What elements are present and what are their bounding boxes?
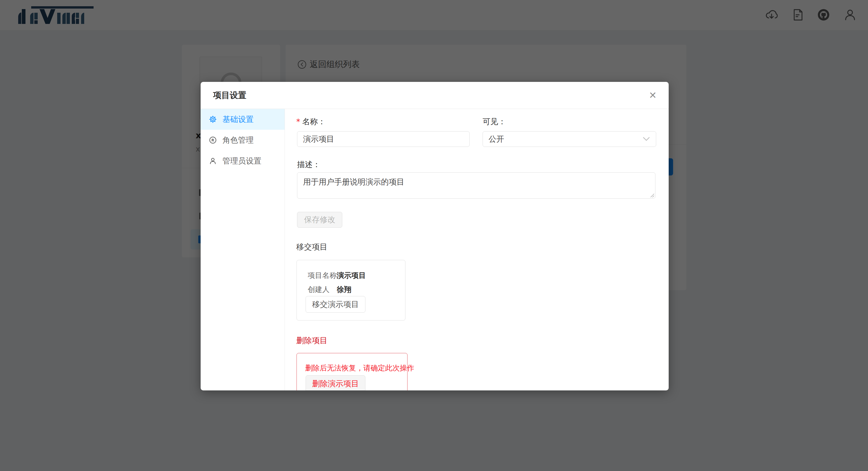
visibility-label: 可见： [483,117,506,127]
visibility-select-value: 公开 [489,134,504,145]
sidebar-item-basic-settings[interactable]: 基础设置 [200,109,285,130]
transfer-row-label: 创建人 [308,285,337,294]
transfer-row-label: 项目名称 [308,271,337,280]
sidebar-item-admin-settings[interactable]: 管理员设置 [200,151,285,171]
modal-body: *名称： 可见： 演示项目 公开 描述： 用于用户手册说明演示的项目 保存修改 [285,109,669,390]
project-settings-modal: 项目设置 ✕ 基础设置 R 角色管理 [200,82,669,390]
transfer-row: 创建人徐翔 [308,285,351,294]
visibility-select[interactable]: 公开 [483,131,656,147]
close-icon[interactable]: ✕ [647,89,658,102]
chevron-down-icon [643,137,650,141]
person-icon [209,157,216,164]
transfer-project-button[interactable]: 移交演示项目 [306,296,365,313]
delete-heading: 删除项目 [296,335,328,346]
save-button[interactable]: 保存修改 [297,212,342,228]
gear-icon [209,116,216,123]
modal-title: 项目设置 [213,90,246,101]
delete-warning: 删除后无法恢复，请确定此次操作 [305,363,414,373]
delete-box: 删除后无法恢复，请确定此次操作 删除演示项目 [297,353,407,390]
name-label: *名称： [296,117,326,127]
transfer-row-value: 演示项目 [337,271,366,280]
transfer-heading: 移交项目 [296,242,328,252]
transfer-box: 项目名称演示项目 创建人徐翔 移交演示项目 [297,260,405,320]
name-input-value: 演示项目 [303,134,334,145]
required-asterisk: * [296,117,300,126]
sidebar-item-role-management[interactable]: R 角色管理 [200,130,285,151]
sidebar-item-label: 管理员设置 [222,156,261,166]
description-textarea[interactable]: 用于用户手册说明演示的项目 [297,172,655,198]
sidebar-item-label: 角色管理 [222,135,254,146]
resize-handle-icon[interactable] [649,193,654,197]
transfer-row-value: 徐翔 [337,285,351,294]
modal-sidebar: 基础设置 R 角色管理 管理员设置 [200,109,285,390]
modal-header: 项目设置 ✕ [200,82,669,109]
registered-icon: R [209,136,216,144]
transfer-row: 项目名称演示项目 [308,271,366,280]
description-value: 用于用户手册说明演示的项目 [303,177,404,186]
delete-project-button[interactable]: 删除演示项目 [306,375,365,390]
application-window: x xi 返回组织列表 项目设置 ✕ [0,0,868,471]
sidebar-item-label: 基础设置 [222,114,254,125]
description-label: 描述： [297,159,320,170]
svg-text:R: R [212,138,214,142]
name-input[interactable]: 演示项目 [297,131,470,147]
